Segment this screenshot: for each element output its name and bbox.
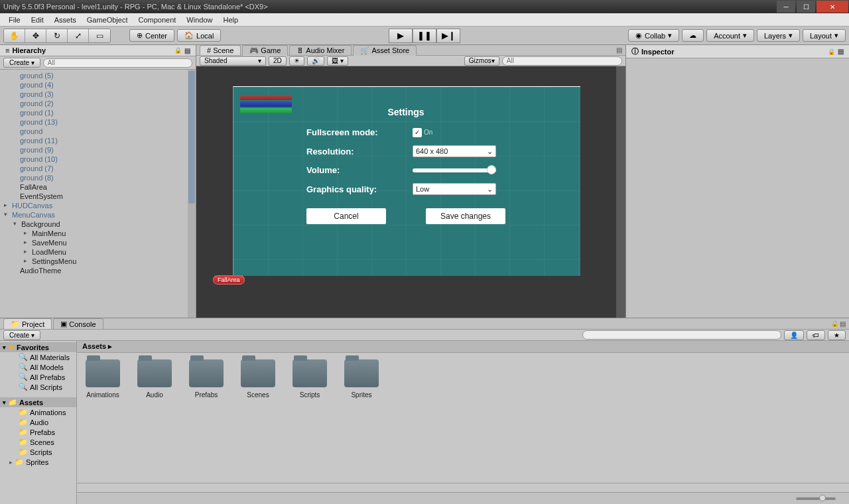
tab-scene[interactable]: #Scene	[200, 45, 241, 55]
asset-folder[interactable]: Sprites	[342, 359, 381, 399]
tab-console[interactable]: ▣Console	[53, 318, 103, 329]
hierarchy-item[interactable]: MainMenu	[0, 229, 196, 238]
favorite-item[interactable]: 🔍All Models	[0, 362, 76, 372]
hierarchy-item[interactable]: SaveMenu	[0, 238, 196, 247]
filter-button-2[interactable]: 🏷	[807, 330, 825, 340]
scene-scrollbar[interactable]	[616, 66, 625, 318]
hierarchy-item[interactable]: HUDCanvas	[0, 201, 196, 210]
hierarchy-item[interactable]: ground (13)	[0, 117, 196, 127]
quality-dropdown[interactable]: Low⌄	[413, 183, 496, 195]
hand-tool[interactable]: ✋	[4, 29, 25, 42]
audio-toggle[interactable]: 🔊	[307, 56, 324, 66]
panel-menu-icon[interactable]: ▤	[840, 320, 846, 328]
hierarchy-item[interactable]: ground (5)	[0, 71, 196, 80]
menu-window[interactable]: Window	[181, 16, 218, 24]
menu-edit[interactable]: Edit	[26, 16, 49, 24]
volume-slider[interactable]	[413, 168, 496, 172]
asset-folder[interactable]: Animations	[84, 359, 122, 399]
hierarchy-item[interactable]: ground (7)	[0, 164, 196, 173]
hierarchy-item[interactable]: SettingsMenu	[0, 257, 196, 266]
hierarchy-scrollbar[interactable]	[188, 70, 196, 318]
hierarchy-item[interactable]: ground (4)	[0, 80, 196, 90]
hierarchy-item[interactable]: ground (11)	[0, 136, 196, 145]
hierarchy-item[interactable]: AudioTheme	[0, 266, 196, 275]
panel-menu-icon[interactable]: ▤	[616, 46, 622, 54]
fallarea-gizmo[interactable]: FallArea	[213, 275, 245, 284]
tree-folder[interactable]: 📁Animations	[0, 407, 76, 417]
hierarchy-item[interactable]: ground (8)	[0, 173, 196, 182]
panel-menu-icon[interactable]: ▤	[184, 47, 190, 54]
window-maximize-button[interactable]: ☐	[797, 1, 815, 13]
hierarchy-item[interactable]: ground (1)	[0, 108, 196, 117]
2d-toggle[interactable]: 2D	[269, 56, 287, 66]
play-button[interactable]: ▶	[389, 29, 413, 43]
hierarchy-item[interactable]: ground	[0, 127, 196, 136]
tab-audiomixer[interactable]: 🎚Audio Mixer	[289, 45, 352, 55]
filter-favorite-button[interactable]: ★	[828, 330, 846, 340]
menu-file[interactable]: File	[3, 16, 26, 24]
assets-header[interactable]: 📁Assets	[0, 397, 76, 407]
fullscreen-checkbox[interactable]: ✓	[413, 128, 422, 137]
tree-folder[interactable]: 📁Audio	[0, 417, 76, 427]
collab-dropdown[interactable]: ◉ Collab ▾	[628, 29, 679, 42]
layers-dropdown[interactable]: Layers ▾	[757, 29, 800, 42]
hierarchy-item[interactable]: EventSystem	[0, 192, 196, 201]
lighting-toggle[interactable]: ☀	[289, 56, 304, 66]
project-tree[interactable]: ★Favorites 🔍All Materials🔍All Models🔍All…	[0, 341, 77, 504]
project-create-button[interactable]: Create ▾	[3, 330, 40, 340]
fx-toggle[interactable]: 🖼 ▾	[327, 56, 348, 66]
hierarchy-item[interactable]: ground (3)	[0, 90, 196, 99]
lock-icon[interactable]: 🔒	[831, 320, 838, 327]
zoom-slider[interactable]	[796, 497, 836, 500]
lock-icon[interactable]: 🔒	[828, 48, 835, 55]
favorite-item[interactable]: 🔍All Prefabs	[0, 372, 76, 382]
project-hscrollbar[interactable]	[77, 483, 849, 492]
scene-view[interactable]: Settings Fullscreen mode: ✓ On Resolutio…	[196, 66, 625, 318]
gizmos-dropdown[interactable]: Gizmos ▾	[464, 56, 499, 66]
rect-tool[interactable]: ▭	[89, 29, 110, 42]
favorites-header[interactable]: ★Favorites	[0, 342, 76, 352]
step-button[interactable]: ▶❙	[436, 29, 460, 43]
cancel-button[interactable]: Cancel	[306, 208, 386, 224]
save-changes-button[interactable]: Save changes	[426, 208, 505, 224]
move-tool[interactable]: ✥	[25, 29, 46, 42]
hierarchy-tab[interactable]: ≡ Hierarchy 🔒 ▤	[0, 45, 196, 56]
rotate-tool[interactable]: ↻	[46, 29, 68, 42]
tab-game[interactable]: 🎮Game	[242, 45, 288, 56]
hierarchy-item[interactable]: Background	[0, 220, 196, 229]
menu-component[interactable]: Component	[133, 16, 181, 24]
filter-button-1[interactable]: 👤	[784, 330, 804, 340]
menu-gameobject[interactable]: GameObject	[82, 16, 133, 24]
lock-icon[interactable]: 🔒	[174, 47, 182, 54]
window-close-button[interactable]: ✕	[816, 1, 848, 13]
tree-folder[interactable]: ▸📁Sprites	[0, 457, 76, 467]
hierarchy-item[interactable]: ground (9)	[0, 145, 196, 155]
shading-mode-dropdown[interactable]: Shaded▾	[200, 56, 266, 66]
hierarchy-item[interactable]: LoadMenu	[0, 247, 196, 257]
menu-assets[interactable]: Assets	[49, 16, 82, 24]
hierarchy-item[interactable]: ground (10)	[0, 155, 196, 164]
window-minimize-button[interactable]: ─	[777, 1, 795, 13]
inspector-tab[interactable]: ⓘ Inspector 🔒 ▤	[626, 45, 849, 58]
tree-folder[interactable]: 📁Scenes	[0, 437, 76, 447]
favorite-item[interactable]: 🔍All Materials	[0, 352, 76, 362]
hierarchy-search-input[interactable]	[43, 58, 192, 68]
hierarchy-create-button[interactable]: Create ▾	[3, 58, 40, 68]
pause-button[interactable]: ❚❚	[413, 29, 436, 43]
pivot-local-toggle[interactable]: 🏠 Local	[177, 29, 221, 42]
pivot-center-toggle[interactable]: ⊕ Center	[129, 29, 174, 42]
tab-assetstore[interactable]: 🛒Asset Store	[353, 45, 417, 56]
resolution-dropdown[interactable]: 640 x 480⌄	[413, 145, 496, 157]
scene-search-input[interactable]	[502, 56, 622, 66]
tree-folder[interactable]: 📁Scripts	[0, 447, 76, 457]
asset-folder[interactable]: Scripts	[291, 359, 329, 399]
menu-help[interactable]: Help	[218, 16, 243, 24]
asset-folder[interactable]: Audio	[135, 359, 174, 399]
cloud-button[interactable]: ☁	[682, 29, 704, 42]
project-search-input[interactable]	[582, 330, 781, 340]
asset-folder[interactable]: Scenes	[239, 359, 277, 399]
tab-project[interactable]: 📁Project	[3, 318, 52, 329]
hierarchy-item[interactable]: FallArea	[0, 182, 196, 192]
tree-folder[interactable]: 📁Prefabs	[0, 427, 76, 437]
favorite-item[interactable]: 🔍All Scripts	[0, 382, 76, 392]
